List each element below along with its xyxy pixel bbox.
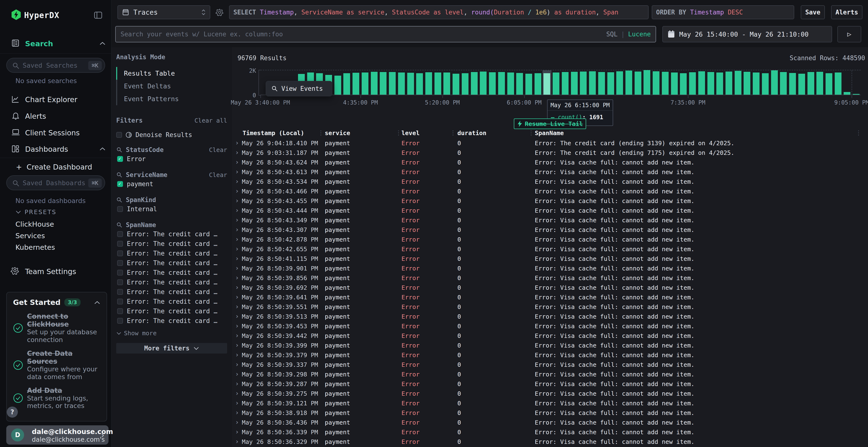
checkbox-unchecked[interactable]	[117, 270, 123, 276]
histogram-bar[interactable]	[798, 74, 805, 95]
table-row[interactable]: ›May 26 8:50:39.337 PMpaymentError0Error…	[232, 360, 868, 370]
sidebar-item-chart-explorer[interactable]: Chart Explorer	[25, 95, 78, 104]
table-row[interactable]: ›May 26 8:50:38.918 PMpaymentError0Error…	[232, 408, 868, 418]
expand-row-chevron[interactable]: ›	[235, 235, 239, 243]
facet-option[interactable]: Error	[116, 154, 227, 164]
analysis-mode-event-patterns[interactable]: Event Patterns	[116, 93, 227, 105]
expand-row-chevron[interactable]: ›	[235, 351, 239, 358]
histogram-bar[interactable]	[835, 72, 841, 95]
histogram-bar[interactable]	[362, 72, 368, 95]
run-query-button[interactable]: ▷	[837, 26, 861, 42]
histogram-bar[interactable]	[644, 70, 650, 95]
histogram-bar[interactable]	[680, 73, 687, 95]
column-resize-handle[interactable]: ⋮	[450, 129, 456, 136]
checkbox-checked[interactable]	[117, 156, 123, 162]
expand-row-chevron[interactable]: ›	[235, 389, 239, 397]
histogram-bar[interactable]	[598, 72, 605, 95]
histogram-bar[interactable]	[434, 72, 441, 95]
checkbox-unchecked[interactable]	[117, 250, 123, 256]
histogram-bar[interactable]	[416, 73, 423, 95]
checkbox-unchecked[interactable]	[117, 279, 123, 285]
source-select[interactable]: Traces	[117, 5, 210, 19]
histogram-bar[interactable]	[826, 73, 832, 95]
histogram-bar[interactable]	[744, 72, 750, 95]
histogram-bar[interactable]	[380, 72, 386, 95]
histogram-bar[interactable]	[853, 94, 860, 95]
histogram-bar[interactable]	[589, 71, 596, 95]
lucene-search-input[interactable]: Search your events w/ Lucene ex. column:…	[115, 26, 656, 42]
save-button[interactable]: Save	[801, 5, 825, 19]
col-timestamp[interactable]: Timestamp (Local)	[243, 130, 304, 137]
checkbox-unchecked[interactable]	[117, 231, 123, 237]
denoise-results-row[interactable]: Denoise Results	[116, 131, 227, 138]
table-row[interactable]: ›May 26 8:50:39.856 PMpaymentError0Error…	[232, 273, 868, 283]
histogram-bar[interactable]	[735, 71, 741, 95]
facet-option[interactable]: Error: The credit card …	[116, 249, 227, 258]
table-row[interactable]: ›May 26 8:50:39.513 PMpaymentError0Error…	[232, 312, 868, 321]
facet-option[interactable]: Error: The credit card …	[116, 307, 227, 316]
expand-row-chevron[interactable]: ›	[235, 158, 239, 166]
table-row[interactable]: ›May 26 8:50:43.534 PMpaymentError0Error…	[232, 177, 868, 186]
histogram-bar[interactable]	[489, 72, 496, 95]
facet-option[interactable]: Error: The credit card …	[116, 259, 227, 268]
expand-row-chevron[interactable]: ›	[235, 139, 239, 146]
histogram-bar[interactable]	[607, 72, 614, 95]
histogram-bar[interactable]	[334, 76, 341, 95]
histogram-bar[interactable]	[780, 72, 787, 95]
table-row[interactable]: ›May 26 8:50:43.466 PMpaymentError0Error…	[232, 186, 868, 196]
expand-row-chevron[interactable]: ›	[235, 312, 239, 320]
expand-row-chevron[interactable]: ›	[235, 418, 239, 426]
table-row[interactable]: ›May 26 8:50:39.399 PMpaymentError0Error…	[232, 341, 868, 350]
show-more-link[interactable]: Show more	[116, 330, 227, 337]
histogram-bar[interactable]	[662, 72, 669, 95]
table-row[interactable]: ›May 26 8:50:36.329 PMpaymentError0Error…	[232, 437, 868, 447]
checkbox-unchecked[interactable]	[117, 318, 123, 324]
expand-row-chevron[interactable]: ›	[235, 409, 239, 416]
expand-row-chevron[interactable]: ›	[235, 332, 239, 339]
histogram-bar[interactable]	[371, 72, 378, 95]
facet-clear-link[interactable]: Clear	[209, 146, 227, 153]
histogram-bar[interactable]	[844, 92, 850, 95]
chevron-up-icon[interactable]	[99, 147, 105, 151]
col-service[interactable]: service	[325, 130, 350, 137]
histogram-bar[interactable]	[343, 73, 350, 95]
checkbox-checked[interactable]	[117, 181, 123, 187]
expand-row-chevron[interactable]: ›	[235, 341, 239, 349]
facet-option[interactable]: Error: The credit card …	[116, 230, 227, 239]
presets-toggle[interactable]: PRESETS	[16, 209, 56, 215]
get-started-step[interactable]: Add DataStart sending logs, metrics, or …	[13, 386, 100, 410]
preset-kubernetes[interactable]: Kubernetes	[16, 243, 55, 251]
histogram-bar[interactable]	[771, 70, 778, 95]
expand-row-chevron[interactable]: ›	[235, 206, 239, 214]
sidebar-item-team-settings[interactable]: Team Settings	[25, 267, 76, 276]
histogram-bar[interactable]	[507, 72, 514, 95]
expand-row-chevron[interactable]: ›	[235, 360, 239, 368]
table-row[interactable]: ›May 26 8:50:42.655 PMpaymentError0Error…	[232, 244, 868, 254]
user-account-chip[interactable]: D dale@clickhouse.com dale@clickhouse.co…	[6, 425, 108, 445]
chevron-up-icon[interactable]	[94, 301, 100, 304]
expand-row-chevron[interactable]: ›	[235, 428, 239, 436]
expand-row-chevron[interactable]: ›	[235, 438, 239, 445]
histogram-bar[interactable]	[525, 74, 532, 95]
mode-lucene-toggle[interactable]: Lucene	[628, 31, 651, 38]
facet-option[interactable]: Error: The credit card …	[116, 297, 227, 306]
column-resize-handle[interactable]: ⋮	[528, 129, 534, 136]
checkbox-unchecked[interactable]	[117, 260, 123, 266]
table-row[interactable]: ›May 26 8:50:39.379 PMpaymentError0Error…	[232, 350, 868, 360]
sidebar-item-client-sessions[interactable]: Client Sessions	[25, 129, 80, 137]
table-row[interactable]: ›May 26 8:50:43.349 PMpaymentError0Error…	[232, 215, 868, 225]
histogram-bar[interactable]	[352, 73, 359, 95]
sql-select-editor[interactable]: SELECT Timestamp, ServiceName as service…	[229, 5, 649, 19]
facet-option[interactable]: payment	[116, 179, 227, 188]
clear-all-link[interactable]: Clear all	[194, 117, 227, 124]
get-started-step[interactable]: Connect to ClickHouseSet up your databas…	[13, 312, 100, 344]
table-row[interactable]: ›May 26 8:50:39.453 PMpaymentError0Error…	[232, 321, 868, 331]
histogram-bar[interactable]	[425, 72, 432, 95]
table-row[interactable]: ›May 26 8:50:39.901 PMpaymentError0Error…	[232, 264, 868, 273]
table-row[interactable]: ›May 26 8:50:39.641 PMpaymentError0Error…	[232, 293, 868, 302]
table-row[interactable]: ›May 26 9:03:31.187 PMpaymentError0Error…	[232, 148, 868, 158]
histogram-bar[interactable]	[516, 73, 523, 95]
expand-row-chevron[interactable]: ›	[235, 226, 239, 233]
saved-searches-input[interactable]: Saved Searches ⌘K	[6, 58, 105, 73]
facet-option[interactable]: Error: The credit card …	[116, 278, 227, 287]
